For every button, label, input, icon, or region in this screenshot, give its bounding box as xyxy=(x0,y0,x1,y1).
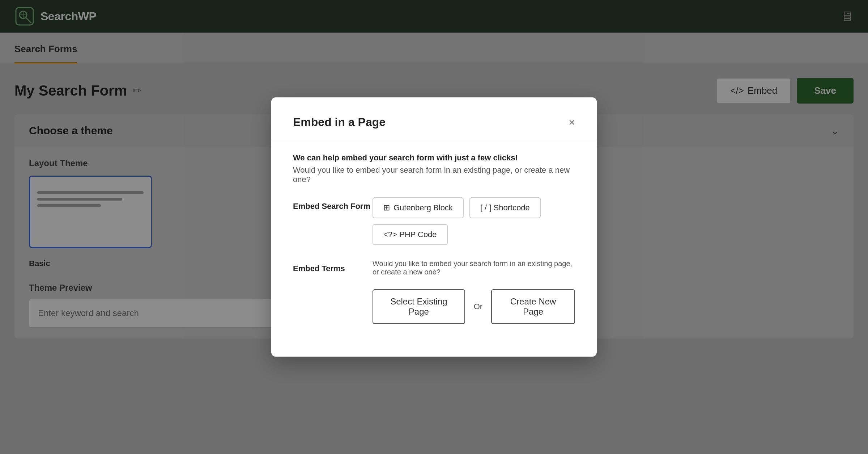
embed-search-form-label: Embed Search Form xyxy=(293,197,373,211)
embed-page-buttons: Select Existing Page Or Create New Page xyxy=(373,289,575,324)
embed-terms-content: Would you like to embed your search form… xyxy=(373,260,575,324)
php-code-button[interactable]: <?> PHP Code xyxy=(373,224,448,245)
embed-search-form-row: Embed Search Form ⊞ Gutenberg Block [ / … xyxy=(293,197,575,245)
modal-intro-bold: We can help embed your search form with … xyxy=(293,153,575,163)
shortcode-button[interactable]: [ / ] Shortcode xyxy=(469,197,541,218)
gutenberg-block-button[interactable]: ⊞ Gutenberg Block xyxy=(373,197,464,218)
embed-buttons-row: ⊞ Gutenberg Block [ / ] Shortcode <?> PH… xyxy=(373,197,575,245)
modal-intro-sub: Would you like to embed your search form… xyxy=(293,165,575,184)
modal-title: Embed in a Page xyxy=(293,115,386,129)
create-new-page-button[interactable]: Create New Page xyxy=(491,289,575,324)
modal-divider xyxy=(271,140,597,140)
modal-overlay[interactable]: Embed in a Page × We can help embed your… xyxy=(0,0,868,454)
embed-modal: Embed in a Page × We can help embed your… xyxy=(271,97,597,357)
modal-header: Embed in a Page × xyxy=(293,115,575,129)
plus-icon: ⊞ xyxy=(383,203,390,213)
embed-buttons-content: ⊞ Gutenberg Block [ / ] Shortcode <?> PH… xyxy=(373,197,575,245)
embed-terms-desc: Would you like to embed your search form… xyxy=(373,260,575,276)
select-existing-page-button[interactable]: Select Existing Page xyxy=(373,289,465,324)
or-label: Or xyxy=(474,302,482,311)
embed-terms-label: Embed Terms xyxy=(293,260,373,273)
modal-close-button[interactable]: × xyxy=(569,117,575,128)
embed-terms-row: Embed Terms Would you like to embed your… xyxy=(293,260,575,324)
